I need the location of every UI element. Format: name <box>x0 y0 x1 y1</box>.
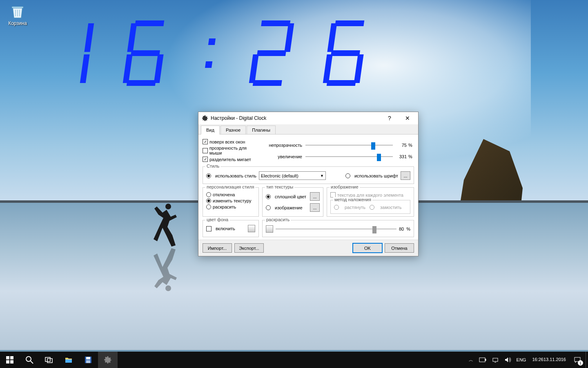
radio-pers-disabled[interactable] <box>206 192 211 197</box>
svg-rect-3 <box>10 356 13 359</box>
import-button[interactable]: Импорт... <box>203 243 232 253</box>
svg-rect-7 <box>45 357 50 361</box>
svg-point-1 <box>165 285 171 291</box>
chevron-down-icon: ▼ <box>320 174 324 178</box>
label-on-top: поверх всех окон <box>209 139 245 144</box>
svg-rect-4 <box>6 360 9 364</box>
ok-button[interactable]: OK <box>353 243 382 253</box>
tab-bar: Вид Разное Плагины <box>198 124 418 135</box>
taskbar-app-explorer[interactable] <box>59 352 78 368</box>
value-opacity: 75 <box>394 143 407 148</box>
swatch-bg-color[interactable] <box>248 225 255 232</box>
button-pick-image[interactable]: ... <box>310 203 320 212</box>
button-font-picker[interactable]: ... <box>401 171 410 180</box>
tray-battery-icon[interactable] <box>476 352 489 368</box>
label-opacity: непрозрачность <box>263 143 304 148</box>
gear-icon <box>202 115 208 121</box>
svg-rect-13 <box>485 359 486 361</box>
label-solid-color: сплошной цвет <box>275 194 307 199</box>
group-overlay-method: метод наложения растянуть замостить <box>330 200 410 214</box>
unit-colorize: % <box>406 227 410 231</box>
svg-rect-14 <box>493 358 498 361</box>
select-style-value: Electronic (default) <box>261 173 298 178</box>
slider-colorize[interactable] <box>276 225 396 233</box>
taskbar-app-settings[interactable] <box>98 352 118 368</box>
label-mouse-transparency: прозрачность для мыши <box>209 146 260 155</box>
export-button[interactable]: Экспорт... <box>234 243 264 253</box>
show-desktop-button[interactable] <box>586 352 588 368</box>
legend-personalization: персонализация стиля <box>205 184 255 189</box>
button-pick-color[interactable]: ... <box>310 192 320 201</box>
taskbar[interactable]: ︿ ENG 16:26 13.11.2016 1 <box>0 352 588 368</box>
label-tile: замостить <box>380 205 401 210</box>
tray-volume-icon[interactable] <box>501 352 514 368</box>
tab-misc[interactable]: Разное <box>220 126 246 134</box>
tray-network-icon[interactable] <box>489 352 501 368</box>
desktop-icon-recycle-bin[interactable]: Корзина <box>6 3 29 26</box>
radio-use-font[interactable] <box>345 173 350 178</box>
group-bg-color: цвет фона включить <box>203 220 259 237</box>
system-tray: ︿ ENG 16:26 13.11.2016 1 <box>466 352 588 368</box>
tray-datetime[interactable]: 16:26 13.11.2016 <box>529 352 569 368</box>
radio-pers-colorize[interactable] <box>206 204 211 209</box>
cancel-button[interactable]: Отмена <box>385 243 414 253</box>
swatch-colorize[interactable] <box>266 225 273 233</box>
legend-bg-color: цвет фона <box>205 217 229 222</box>
select-style[interactable]: Electronic (default)▼ <box>259 171 326 180</box>
tray-time: 16:26 <box>532 357 543 362</box>
label-use-style: использовать стиль <box>215 173 256 178</box>
radio-use-style[interactable] <box>206 173 211 178</box>
unit-opacity: % <box>408 143 414 148</box>
start-button[interactable] <box>0 352 20 368</box>
radio-tile <box>370 205 374 210</box>
task-view-button[interactable] <box>39 352 59 368</box>
radio-image[interactable] <box>266 205 271 210</box>
desktop-icon-label: Корзина <box>6 20 29 26</box>
checkbox-mouse-transparency[interactable] <box>203 148 208 153</box>
recycle-bin-icon <box>9 3 26 20</box>
svg-rect-11 <box>86 360 90 363</box>
taskbar-app-save[interactable] <box>78 352 98 368</box>
label-pers-disabled: отключена <box>213 192 235 197</box>
titlebar[interactable]: Настройки - Digital Clock ? ✕ <box>198 112 418 124</box>
group-colorize: раскрасить 80 % <box>262 220 414 237</box>
tab-plugins[interactable]: Плагины <box>247 126 276 134</box>
svg-rect-12 <box>479 358 485 362</box>
radio-pers-texture[interactable] <box>206 198 211 203</box>
value-zoom: 331 <box>394 154 407 159</box>
group-image: изображение текстура для каждого элемент… <box>327 187 414 217</box>
tray-chevron-up-icon[interactable]: ︿ <box>466 352 476 368</box>
slider-opacity[interactable] <box>305 141 393 149</box>
label-zoom: увеличение <box>263 154 304 159</box>
digital-clock-widget[interactable] <box>53 20 366 95</box>
search-button[interactable] <box>20 352 39 368</box>
group-texture-type: тип текстуры сплошной цвет... изображени… <box>262 187 323 217</box>
slider-zoom[interactable] <box>305 153 393 161</box>
label-pers-texture: изменить текстуру <box>213 198 251 203</box>
label-pers-colorize: раскрасить <box>213 204 236 209</box>
svg-point-6 <box>26 357 31 361</box>
dialog-title: Настройки - Digital Clock <box>211 115 266 121</box>
wallpaper-runner-reflection <box>151 247 180 292</box>
checkbox-on-top[interactable] <box>203 139 208 144</box>
radio-solid-color[interactable] <box>266 194 271 199</box>
help-button[interactable]: ? <box>381 112 399 124</box>
notification-badge: 1 <box>578 360 583 366</box>
tray-language[interactable]: ENG <box>514 352 529 368</box>
svg-point-0 <box>165 204 171 209</box>
close-button[interactable]: ✕ <box>399 112 416 124</box>
label-separator-blinks: разделитель мигает <box>209 157 251 162</box>
label-per-element: текстура для каждого элемента <box>337 193 403 197</box>
group-personalization: персонализация стиля отключена изменить … <box>203 187 259 217</box>
legend-style: Стиль <box>205 164 220 168</box>
label-use-font: использовать шрифт <box>354 173 398 178</box>
checkbox-separator-blinks[interactable] <box>203 157 208 162</box>
svg-rect-5 <box>10 360 13 364</box>
legend-colorize: раскрасить <box>265 217 291 222</box>
label-image: изображение <box>275 205 307 210</box>
tab-view[interactable]: Вид <box>201 126 220 135</box>
radio-stretch <box>334 205 339 210</box>
checkbox-bg-enable[interactable] <box>206 226 212 231</box>
svg-rect-2 <box>6 356 9 359</box>
tray-notifications[interactable]: 1 <box>569 352 586 368</box>
